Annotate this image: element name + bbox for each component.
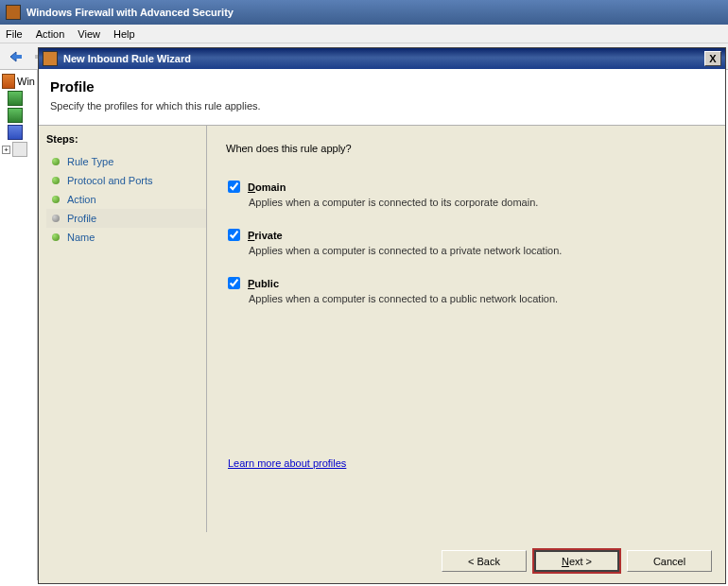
steps-panel: Steps: Rule TypeProtocol and PortsAction…	[39, 126, 207, 532]
profile-label: Public	[248, 278, 279, 289]
dialog-header: Profile Specify the profiles for which t…	[39, 69, 725, 126]
step-label: Name	[67, 232, 95, 243]
cancel-button-label: Cancel	[653, 556, 685, 567]
next-button[interactable]: Next >	[534, 550, 619, 572]
steps-heading: Steps:	[46, 133, 206, 145]
profile-label: Private	[248, 230, 283, 241]
page-title: Profile	[50, 78, 714, 95]
step-item-action[interactable]: Action	[46, 190, 206, 209]
close-button[interactable]: X	[704, 51, 721, 66]
main-window-titlebar: Windows Firewall with Advanced Security	[0, 0, 728, 25]
step-item-profile[interactable]: Profile	[46, 209, 206, 228]
firewall-icon	[8, 91, 23, 106]
profile-option-public: PublicApplies when a computer is connect…	[228, 277, 706, 304]
content-prompt: When does this rule apply?	[226, 143, 706, 154]
step-item-name[interactable]: Name	[46, 228, 206, 247]
step-bullet-icon	[52, 233, 60, 241]
step-label: Protocol and Ports	[67, 175, 153, 186]
next-button-label: Next >	[562, 556, 592, 567]
wizard-icon	[43, 51, 58, 66]
page-subtitle: Specify the profiles for which this rule…	[50, 100, 714, 112]
app-icon	[6, 5, 21, 20]
tree-root-label: Win	[17, 76, 35, 87]
dialog-titlebar: New Inbound Rule Wizard X	[39, 48, 725, 69]
step-bullet-icon	[52, 196, 60, 203]
profile-label: Domain	[248, 181, 286, 193]
profile-description: Applies when a computer is connected to …	[249, 293, 706, 304]
step-bullet-icon	[52, 177, 60, 184]
svg-rect-0	[15, 55, 22, 59]
folder-icon	[12, 142, 27, 157]
step-bullet-icon	[52, 215, 60, 222]
menu-view[interactable]: View	[78, 28, 100, 40]
tree-node[interactable]	[8, 91, 35, 106]
profile-description: Applies when a computer is connected to …	[249, 197, 706, 208]
step-item-rule-type[interactable]: Rule Type	[46, 152, 206, 171]
dialog-title: New Inbound Rule Wizard	[63, 53, 704, 64]
profile-checkbox-private[interactable]	[228, 229, 240, 241]
menubar: File Action View Help	[0, 25, 728, 43]
wizard-dialog: New Inbound Rule Wizard X Profile Specif…	[38, 47, 726, 584]
step-label: Profile	[67, 213, 96, 224]
security-icon	[8, 125, 23, 140]
back-arrow-icon[interactable]	[6, 47, 26, 66]
tree-node[interactable]	[8, 125, 35, 140]
content-panel: When does this rule apply? DomainApplies…	[207, 126, 725, 532]
close-icon: X	[709, 53, 716, 64]
menu-action[interactable]: Action	[36, 28, 65, 40]
tree-node[interactable]	[8, 108, 35, 123]
tree-panel: Win +	[0, 70, 38, 580]
profile-description: Applies when a computer is connected to …	[249, 245, 706, 256]
learn-more-link[interactable]: Learn more about profiles	[228, 457, 346, 469]
step-bullet-icon	[52, 158, 60, 165]
step-item-protocol-and-ports[interactable]: Protocol and Ports	[46, 171, 206, 190]
step-label: Rule Type	[67, 156, 113, 167]
tree-root[interactable]: Win	[2, 74, 35, 89]
expand-icon[interactable]: +	[2, 146, 10, 154]
dialog-button-row: < Back Next > Cancel	[442, 550, 712, 572]
step-label: Action	[67, 194, 96, 205]
profile-option-domain: DomainApplies when a computer is connect…	[228, 181, 706, 208]
shield-icon	[2, 74, 15, 89]
profile-checkbox-public[interactable]	[228, 277, 240, 289]
profile-option-private: PrivateApplies when a computer is connec…	[228, 229, 706, 256]
firewall-icon	[8, 108, 23, 123]
cancel-button[interactable]: Cancel	[627, 550, 712, 572]
dialog-body: Steps: Rule TypeProtocol and PortsAction…	[39, 126, 725, 532]
menu-help[interactable]: Help	[113, 28, 135, 40]
back-button-label: < Back	[468, 556, 500, 567]
back-button[interactable]: < Back	[442, 550, 527, 572]
window-title: Windows Firewall with Advanced Security	[26, 7, 234, 18]
profile-checkbox-domain[interactable]	[228, 181, 240, 193]
tree-node-expandable[interactable]: +	[2, 142, 35, 157]
menu-file[interactable]: File	[6, 28, 23, 40]
